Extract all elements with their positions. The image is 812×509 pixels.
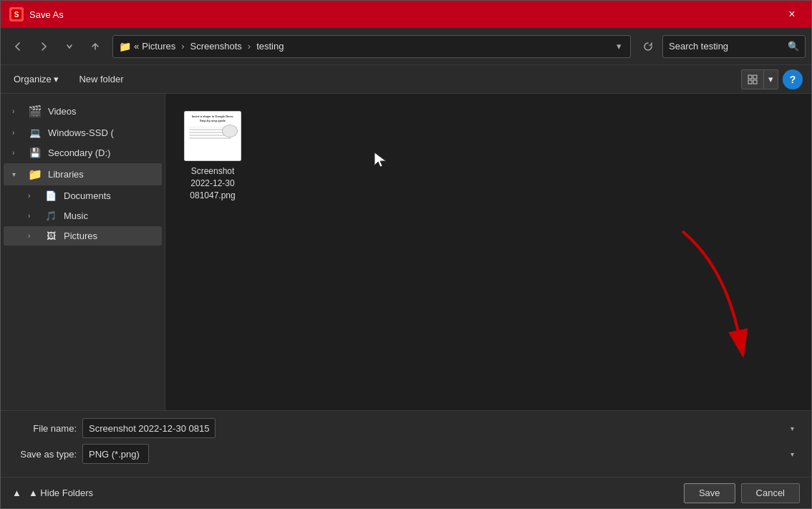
save-as-type-select[interactable]: PNG (*.png) JPEG (*.jpg) BMP (*.bmp) GIF… [82,444,149,464]
sidebar-label-windows-ssd: Windows-SSD ( [48,127,114,138]
chevron-icon: › [28,212,38,220]
red-arrow-annotation [639,210,783,367]
sidebar-label-videos: Videos [48,106,77,117]
navigation-toolbar: 📁 « Pictures › Screenshots › testing ▾ 🔍 [1,28,811,65]
search-box[interactable]: 🔍 [662,35,806,58]
save-as-type-label: Save as type: [12,449,77,460]
file-name-row: File name: ▾ [12,418,800,438]
folder-icon: 📁 [119,41,131,52]
breadcrumb-arrow1: › [181,41,184,52]
sidebar-item-secondary[interactable]: › 💾 Secondary (D:) [4,143,162,163]
dropdown-button[interactable] [58,35,81,58]
file-item-screenshot[interactable]: Insert a shape in Google Docs:Step-by-st… [177,105,248,207]
action-toolbar: Organize ▾ New folder ▾ ? [1,65,811,94]
sidebar-item-music[interactable]: › 🎵 Music [4,206,162,226]
sidebar-item-documents[interactable]: › 📄 Documents [4,186,162,205]
breadcrumb-testing: testing [256,41,284,52]
save-button[interactable]: Save [684,483,735,503]
dialog-title: Save As [29,9,64,20]
pictures-icon: 🖼 [44,231,58,241]
sidebar-label-documents: Documents [64,190,111,201]
title-bar-left: S Save As [9,7,64,21]
hide-folders-button[interactable]: ▲ ▲ Hide Folders [12,488,93,498]
chevron-down-icon: ▾ [12,170,22,178]
sidebar-label-libraries: Libraries [48,169,84,180]
save-as-type-wrapper: PNG (*.png) JPEG (*.jpg) BMP (*.bmp) GIF… [82,444,800,464]
save-as-type-row: Save as type: PNG (*.png) JPEG (*.jpg) B… [12,444,800,464]
file-grid: Insert a shape in Google Docs:Step-by-st… [177,105,800,207]
file-area: Insert a shape in Google Docs:Step-by-st… [165,94,811,410]
breadcrumb-arrow2: › [248,41,251,52]
sidebar-item-libraries[interactable]: ▾ 📁 Libraries [4,163,162,185]
footer: ▲ ▲ Hide Folders Save Cancel [1,477,811,508]
libraries-icon: 📁 [28,168,42,181]
file-name: Screenshot2022-12-30081047.png [190,165,235,201]
svg-rect-2 [748,75,752,79]
help-button[interactable]: ? [783,69,803,89]
hide-folders-chevron: ▲ [12,488,21,498]
secondary-icon: 💾 [28,147,42,158]
help-label: ? [790,74,796,85]
thumb-title-text: Insert a shape in Google Docs:Step-by-st… [188,115,238,122]
breadcrumb-pictures: Pictures [142,41,175,52]
view-buttons: ▾ [741,69,778,89]
sidebar-item-windows-ssd[interactable]: › 💻 Windows-SSD ( [4,123,162,142]
breadcrumb-screenshots: Screenshots [190,41,242,52]
view-dropdown-button[interactable]: ▾ [764,69,778,89]
sidebar-item-videos[interactable]: › 🎬 Videos [4,100,162,122]
file-name-wrapper: ▾ [82,418,800,438]
view-button[interactable] [741,69,764,89]
file-thumbnail: Insert a shape in Google Docs:Step-by-st… [184,111,241,161]
sidebar-label-music: Music [64,210,88,221]
file-name-label: File name: [12,423,77,434]
sidebar-item-pictures[interactable]: › 🖼 Pictures [4,226,162,246]
address-dropdown[interactable]: ▾ [614,38,624,54]
chevron-icon: › [12,129,22,137]
app-icon: S [9,7,24,21]
search-input[interactable] [669,41,785,52]
new-folder-button[interactable]: New folder [74,71,127,87]
bottom-form-area: File name: ▾ Save as type: PNG (*.png) J… [1,410,811,477]
thumb-shape [222,125,238,137]
hide-folders-label: ▲ Hide Folders [29,488,93,498]
file-name-chevron: ▾ [791,425,794,432]
svg-rect-4 [748,80,752,84]
refresh-button[interactable] [637,35,659,58]
svg-rect-3 [753,75,757,79]
chevron-icon: › [28,232,38,240]
up-button[interactable] [84,35,107,58]
forward-button[interactable] [32,35,55,58]
footer-buttons: Save Cancel [684,483,800,503]
breadcrumb-separator: « [134,41,139,52]
svg-rect-5 [753,80,757,84]
file-name-input[interactable] [82,418,216,438]
address-bar[interactable]: 📁 « Pictures › Screenshots › testing ▾ [112,35,631,58]
close-button[interactable]: × [781,4,803,25]
new-folder-label: New folder [79,74,123,84]
music-icon: 🎵 [44,210,58,221]
back-button[interactable] [6,35,29,58]
chevron-icon: › [12,149,22,157]
search-icon: 🔍 [788,41,799,52]
sidebar-label-pictures: Pictures [64,231,97,241]
organize-button[interactable]: Organize ▾ [9,71,63,87]
toolbar2-right: ▾ ? [741,69,803,89]
sidebar: › 🎬 Videos › 💻 Windows-SSD ( › 💾 Seconda… [1,94,165,410]
title-bar: S Save As × [1,1,811,28]
sidebar-label-secondary: Secondary (D:) [48,147,110,158]
organize-label: Organize ▾ [14,74,59,84]
chevron-icon: › [28,192,38,200]
documents-icon: 📄 [44,190,58,201]
main-area: › 🎬 Videos › 💻 Windows-SSD ( › 💾 Seconda… [1,94,811,410]
videos-icon: 🎬 [28,105,42,118]
cancel-button[interactable]: Cancel [741,483,800,503]
chevron-down-icon: ▾ [768,74,773,84]
svg-text:S: S [14,11,19,19]
chevron-icon: › [12,107,22,115]
windows-ssd-icon: 💻 [28,127,42,138]
save-type-chevron: ▾ [791,450,794,458]
